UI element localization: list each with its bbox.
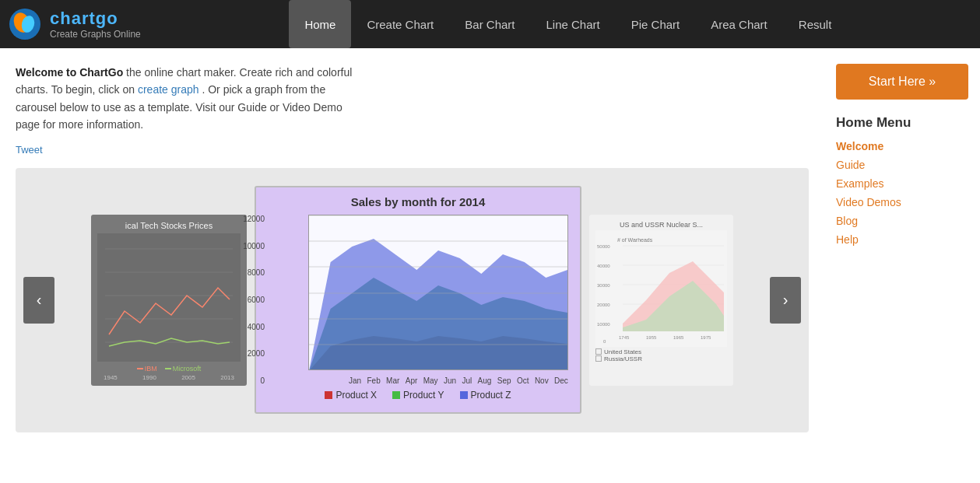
nav-create-chart[interactable]: Create Chart <box>351 0 449 48</box>
nav-pie-chart[interactable]: Pie Chart <box>616 0 696 48</box>
left-legend-msft: Microsoft <box>173 365 202 373</box>
carousel-next-button[interactable]: › <box>770 277 801 324</box>
svg-text:1955: 1955 <box>646 335 657 340</box>
menu-guide[interactable]: Guide <box>836 159 968 171</box>
nav-area-chart[interactable]: Area Chart <box>695 0 783 48</box>
left-chart-svg <box>97 233 241 362</box>
legend-x-label: Product X <box>335 390 377 401</box>
x-labels: Jan Feb Mar Apr May Jun Jul Aug Sep Oct … <box>308 376 568 385</box>
tweet-link[interactable]: Tweet <box>16 144 43 156</box>
left-legend-ibm: IBM <box>145 365 157 373</box>
chart-legend: Product X Product Y Product Z <box>268 390 568 401</box>
logo-sub: Create Graphs Online <box>50 29 141 40</box>
main-chart-title: Sales by month for 2014 <box>268 195 568 208</box>
left-chart-thumbnail[interactable]: ical Tech Stocks Prices <box>91 215 247 386</box>
legend-y-dot <box>392 391 400 399</box>
chart-svg-area <box>308 215 568 370</box>
svg-text:10000: 10000 <box>597 322 610 327</box>
main-content: Welcome to ChartGo the online chart make… <box>0 48 824 432</box>
legend-product-x: Product X <box>325 390 377 401</box>
menu-examples[interactable]: Examples <box>836 177 968 190</box>
start-here-button[interactable]: Start Here » <box>836 64 968 100</box>
nav-links: Home Create Chart Bar Chart Line Chart P… <box>164 0 972 48</box>
right-chart-thumbnail[interactable]: US and USSR Nuclear S... # of Warheads <box>589 215 733 386</box>
svg-text:40000: 40000 <box>597 264 610 268</box>
chart-outer: 12000 10000 8000 6000 4000 2000 0 <box>268 215 568 385</box>
right-chart-canvas: # of Warheads 50000 40000 30000 20000 <box>595 230 727 347</box>
legend-product-z: Product Z <box>460 390 511 401</box>
nav-line-chart[interactable]: Line Chart <box>531 0 616 48</box>
legend-z-dot <box>460 391 468 399</box>
main-chart[interactable]: Sales by month for 2014 12000 10000 8000… <box>255 186 581 414</box>
right-chart-title: US and USSR Nuclear S... <box>595 221 727 229</box>
nav-home[interactable]: Home <box>289 0 351 48</box>
menu-help[interactable]: Help <box>836 233 968 246</box>
home-menu-links: Welcome Guide Examples Video Demos Blog … <box>836 140 968 246</box>
svg-marker-11 <box>309 239 567 370</box>
welcome-bold: Welcome to ChartGo <box>16 66 123 79</box>
legend-product-y: Product Y <box>392 390 444 401</box>
carousel-prev-button[interactable]: ‹ <box>23 277 54 324</box>
home-menu-title: Home Menu <box>836 115 968 131</box>
create-graph-link[interactable]: create graph <box>138 83 199 96</box>
legend-x-dot <box>325 391 332 399</box>
svg-text:30000: 30000 <box>597 283 610 288</box>
svg-text:1965: 1965 <box>673 335 684 340</box>
sidebar: Start Here » Home Menu Welcome Guide Exa… <box>824 48 980 432</box>
right-chart-svg: # of Warheads 50000 40000 30000 20000 <box>595 230 727 347</box>
area-chart-svg <box>309 215 567 370</box>
welcome-text: Welcome to ChartGo the online chart make… <box>16 64 366 134</box>
svg-text:# of Warheads: # of Warheads <box>617 237 653 243</box>
right-legend-ussr: Russia/USSR <box>595 355 727 362</box>
carousel: ‹ ical Tech Stocks Prices <box>16 168 809 432</box>
nav-bar-chart[interactable]: Bar Chart <box>449 0 530 48</box>
legend-y-label: Product Y <box>403 390 444 401</box>
nav-result[interactable]: Result <box>783 0 848 48</box>
svg-text:1975: 1975 <box>701 335 711 340</box>
navbar: chartgo Create Graphs Online Home Create… <box>0 0 980 48</box>
left-chart-canvas <box>97 233 241 362</box>
svg-text:1745: 1745 <box>619 335 630 340</box>
logo-icon <box>8 7 42 41</box>
left-chart-title: ical Tech Stocks Prices <box>97 221 241 230</box>
carousel-items: ical Tech Stocks Prices <box>91 186 733 414</box>
content-wrapper: Welcome to ChartGo the online chart make… <box>0 48 980 432</box>
menu-welcome[interactable]: Welcome <box>836 140 968 152</box>
logo-text: chartgo <box>50 9 141 29</box>
logo-area: chartgo Create Graphs Online <box>8 7 141 41</box>
menu-video-demos[interactable]: Video Demos <box>836 196 968 208</box>
svg-text:50000: 50000 <box>597 244 610 249</box>
y-labels: 12000 10000 8000 6000 4000 2000 0 <box>227 215 265 385</box>
menu-blog[interactable]: Blog <box>836 215 968 227</box>
right-legend-us: United States <box>595 348 727 355</box>
legend-z-label: Product Z <box>471 390 511 401</box>
svg-text:20000: 20000 <box>597 303 610 307</box>
